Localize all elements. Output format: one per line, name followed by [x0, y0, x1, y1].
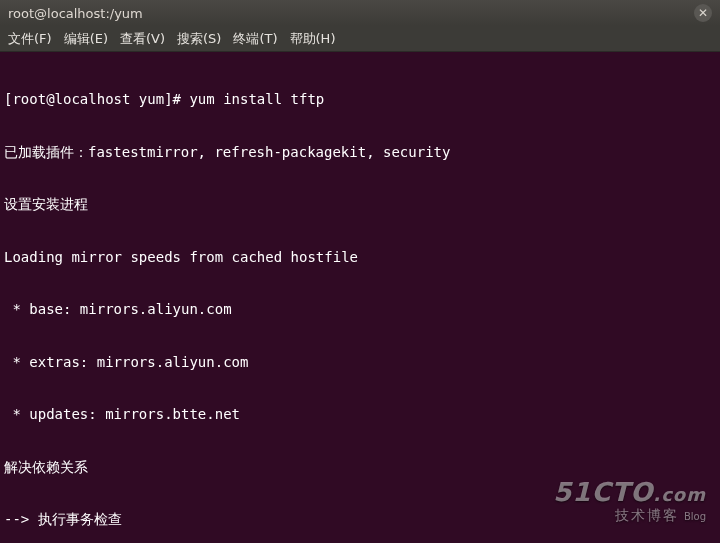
close-button[interactable]: ✕: [694, 4, 712, 22]
shell-prompt: [root@localhost yum]#: [4, 91, 189, 107]
menubar: 文件(F) 编辑(E) 查看(V) 搜索(S) 终端(T) 帮助(H): [0, 26, 720, 52]
terminal-line: 解决依赖关系: [4, 459, 716, 477]
menu-terminal[interactable]: 终端(T): [233, 30, 277, 48]
terminal-area[interactable]: [root@localhost yum]# yum install tftp 已…: [0, 52, 720, 543]
terminal-line: 设置安装进程: [4, 196, 716, 214]
terminal-line: [root@localhost yum]# yum install tftp: [4, 91, 716, 109]
menu-view[interactable]: 查看(V): [120, 30, 165, 48]
close-icon: ✕: [698, 7, 708, 19]
terminal-line: * base: mirrors.aliyun.com: [4, 301, 716, 319]
window-titlebar: root@localhost:/yum ✕: [0, 0, 720, 26]
menu-search[interactable]: 搜索(S): [177, 30, 221, 48]
terminal-line: * extras: mirrors.aliyun.com: [4, 354, 716, 372]
typed-command: yum install tftp: [189, 91, 324, 107]
terminal-line: --> 执行事务检查: [4, 511, 716, 529]
menu-help[interactable]: 帮助(H): [290, 30, 336, 48]
window-title: root@localhost:/yum: [8, 6, 688, 21]
terminal-line: * updates: mirrors.btte.net: [4, 406, 716, 424]
menu-edit[interactable]: 编辑(E): [64, 30, 108, 48]
terminal-line: 已加载插件：fastestmirror, refresh-packagekit,…: [4, 144, 716, 162]
menu-file[interactable]: 文件(F): [8, 30, 52, 48]
terminal-line: Loading mirror speeds from cached hostfi…: [4, 249, 716, 267]
